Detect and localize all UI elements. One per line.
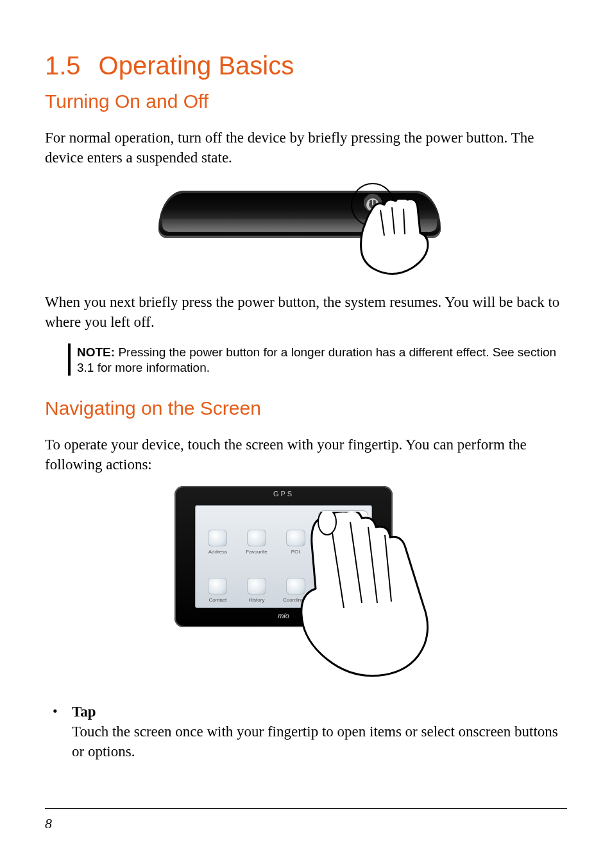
svg-point-1 (318, 512, 336, 535)
note-accent-bar (68, 343, 71, 376)
action-term: Tap (72, 702, 567, 722)
section-number: 1.5 (45, 51, 81, 80)
gps-device-illustration: GPS Address Favourite POI Contact Histor… (174, 486, 438, 685)
device-top-illustration (158, 179, 454, 275)
note-block: NOTE: Pressing the power button for a lo… (68, 343, 567, 376)
note-label: NOTE: (77, 345, 115, 359)
gps-tile-history: History (239, 559, 275, 603)
contact-icon (208, 578, 227, 595)
section-title: Operating Basics (99, 51, 294, 80)
subheading-navigating: Navigating on the Screen (45, 397, 567, 419)
hand-tap-icon (284, 512, 444, 691)
action-item-tap: Tap Touch the screen once with your fing… (49, 702, 567, 761)
footer-rule (45, 808, 567, 809)
hand-press-icon (351, 200, 447, 277)
action-description: Touch the screen once with your fingerti… (72, 724, 558, 759)
gps-top-label: GPS (174, 490, 393, 503)
paragraph-3: To operate your device, touch the screen… (45, 435, 567, 474)
paragraph-2: When you next briefly press the power bu… (45, 292, 567, 332)
figure-power-button (45, 179, 567, 275)
subheading-turning-on-off: Turning On and Off (45, 91, 567, 112)
address-icon (208, 530, 227, 546)
action-list: Tap Touch the screen once with your fing… (45, 702, 567, 761)
history-icon (247, 578, 266, 595)
note-text: Pressing the power button for a longer d… (77, 345, 556, 374)
favourite-icon (247, 530, 266, 546)
figure-touchscreen: GPS Address Favourite POI Contact Histor… (45, 486, 567, 685)
gps-tile-address: Address (200, 510, 235, 555)
section-heading: 1.5Operating Basics (45, 51, 567, 80)
gps-tile-favourite: Favourite (239, 510, 275, 555)
page-number: 8 (45, 815, 52, 832)
gps-tile-contact: Contact (200, 559, 235, 603)
paragraph-1: For normal operation, turn off the devic… (45, 128, 567, 168)
